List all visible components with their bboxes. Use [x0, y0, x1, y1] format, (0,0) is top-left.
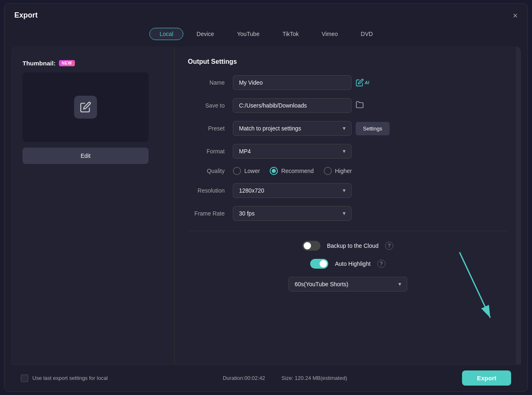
new-badge: NEW [59, 60, 75, 66]
backup-cloud-knob [304, 242, 311, 249]
highlight-dropdown-wrap: 60s(YouTube Shorts) ▼ [289, 277, 407, 292]
tab-youtube[interactable]: YouTube [227, 28, 269, 40]
use-last-settings-label[interactable]: Use last export settings for local [21, 375, 108, 382]
dialog-footer: Use last export settings for local Durat… [11, 364, 521, 391]
quality-lower-label: Lower [244, 168, 260, 174]
backup-cloud-toggle[interactable] [302, 241, 320, 251]
divider [188, 231, 508, 231]
scrollbar-track[interactable] [516, 47, 521, 364]
tab-device[interactable]: Device [187, 28, 224, 40]
format-label: Format [188, 148, 225, 155]
save-to-label: Save to [188, 102, 225, 109]
format-select[interactable]: MP4 [233, 144, 352, 159]
auto-highlight-label: Auto Highlight [335, 260, 370, 267]
frame-rate-row: Frame Rate 30 fps ▼ [188, 206, 508, 221]
resolution-select[interactable]: 1280x720 [233, 183, 352, 198]
auto-highlight-toggle[interactable] [310, 259, 328, 269]
tab-dvd[interactable]: DVD [351, 28, 383, 40]
auto-highlight-row: Auto Highlight ? [188, 259, 508, 269]
quality-label: Quality [188, 168, 225, 174]
preset-select-wrap: Match to project settings ▼ [233, 121, 352, 136]
quality-lower-option[interactable]: Lower [233, 167, 260, 175]
close-button[interactable]: × [513, 11, 518, 20]
left-panel: Thumbnail: NEW Edit [11, 47, 175, 364]
export-dialog: Export × Local Device YouTube TikTok Vim… [4, 3, 528, 392]
save-to-row: Save to [188, 98, 508, 113]
quality-recommend-radio[interactable] [270, 167, 278, 175]
main-content: Thumbnail: NEW Edit Output Settings [11, 47, 521, 364]
tab-bar: Local Device YouTube TikTok Vimeo DVD [5, 25, 527, 47]
dialog-title: Export [14, 11, 38, 20]
tab-tiktok[interactable]: TikTok [273, 28, 309, 40]
tab-vimeo[interactable]: Vimeo [312, 28, 347, 40]
auto-highlight-knob [320, 260, 327, 267]
quality-lower-radio[interactable] [233, 167, 241, 175]
tab-local[interactable]: Local [149, 28, 183, 40]
folder-browse-button[interactable] [356, 101, 364, 111]
backup-cloud-row: Backup to the Cloud ? [188, 241, 508, 251]
right-panel: Output Settings Name AI Save to [175, 47, 521, 364]
format-select-wrap: MP4 ▼ [233, 144, 352, 159]
use-last-settings-checkbox[interactable] [21, 375, 28, 382]
auto-highlight-help-icon[interactable]: ? [377, 260, 385, 268]
output-settings-title: Output Settings [188, 58, 508, 65]
size-label: Size: 120.24 MB(estimated) [282, 375, 347, 381]
quality-recommend-label: Recommend [281, 168, 313, 174]
name-label: Name [188, 79, 225, 86]
frame-rate-label: Frame Rate [188, 210, 225, 217]
ai-name-button[interactable]: AI [356, 79, 369, 87]
footer-info: Duration:00:02:42 Size: 120.24 MB(estima… [108, 375, 462, 381]
preset-select[interactable]: Match to project settings [233, 121, 352, 136]
dialog-header: Export × [5, 4, 527, 25]
use-last-settings-text: Use last export settings for local [32, 375, 108, 381]
quality-higher-option[interactable]: Higher [324, 167, 352, 175]
resolution-select-wrap: 1280x720 ▼ [233, 183, 352, 198]
settings-button[interactable]: Settings [356, 122, 390, 135]
quality-recommend-option[interactable]: Recommend [270, 167, 313, 175]
thumbnail-placeholder-icon [74, 96, 97, 119]
save-to-input[interactable] [233, 98, 352, 113]
resolution-label: Resolution [188, 187, 225, 194]
thumbnail-text: Thumbnail: [23, 60, 56, 67]
frame-rate-select-wrap: 30 fps ▼ [233, 206, 352, 221]
preset-label: Preset [188, 125, 225, 132]
quality-recommend-inner [272, 169, 276, 173]
name-input[interactable] [233, 75, 352, 90]
dialog-body: Thumbnail: NEW Edit Output Settings [5, 47, 527, 391]
thumbnail-preview [23, 72, 149, 142]
name-row: Name AI [188, 75, 508, 90]
highlight-dropdown-row: 60s(YouTube Shorts) ▼ [188, 277, 508, 292]
quality-higher-label: Higher [335, 168, 352, 174]
format-row: Format MP4 ▼ [188, 144, 508, 159]
ai-label: AI [365, 80, 369, 85]
quality-higher-radio[interactable] [324, 167, 332, 175]
quality-options: Lower Recommend Higher [233, 167, 508, 175]
quality-row: Quality Lower Recommend [188, 167, 508, 175]
thumbnail-section-label: Thumbnail: NEW [23, 60, 75, 67]
backup-cloud-label: Backup to the Cloud [327, 242, 379, 249]
backup-cloud-help-icon[interactable]: ? [385, 242, 393, 250]
frame-rate-select[interactable]: 30 fps [233, 206, 352, 221]
preset-row: Preset Match to project settings ▼ Setti… [188, 121, 508, 136]
export-button[interactable]: Export [462, 370, 511, 386]
duration-label: Duration:00:02:42 [223, 375, 265, 381]
highlight-dropdown-select[interactable]: 60s(YouTube Shorts) [289, 277, 407, 292]
resolution-row: Resolution 1280x720 ▼ [188, 183, 508, 198]
edit-thumbnail-button[interactable]: Edit [23, 148, 149, 164]
